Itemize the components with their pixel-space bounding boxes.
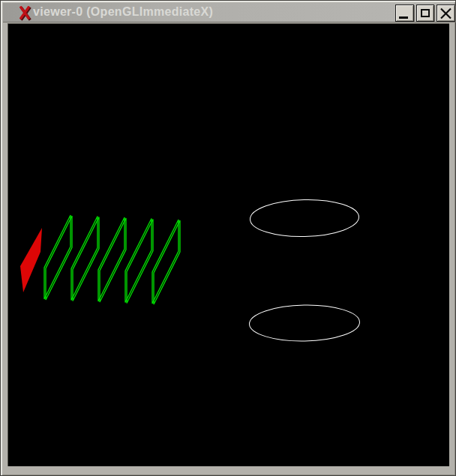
maximize-icon [421,9,430,17]
maximize-button[interactable] [416,4,434,22]
opengl-viewport[interactable] [8,23,449,466]
top-ellipse [250,199,359,238]
close-icon [440,7,452,19]
red-slab [20,228,42,292]
window-title: viewer-0 (OpenGLImmediateX) [33,5,213,19]
viewer-window: viewer-0 (OpenGLImmediateX) [0,0,456,476]
bottom-ellipse [249,304,360,343]
minimize-icon [399,16,408,19]
gl-scene [8,24,450,467]
x11-logo-icon[interactable] [20,6,32,21]
minimize-button[interactable] [395,4,414,22]
close-button[interactable] [436,4,455,22]
title-bar[interactable]: viewer-0 (OpenGLImmediateX) [3,3,454,22]
